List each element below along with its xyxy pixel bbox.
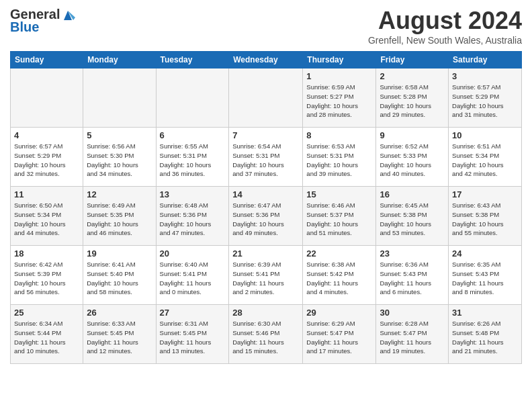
day-number: 13 (160, 189, 226, 199)
day-number: 11 (14, 189, 79, 199)
day-info: Sunrise: 6:54 AMSunset: 5:31 PMDaylight:… (232, 142, 299, 179)
day-number: 16 (380, 189, 445, 199)
day-info: Sunrise: 6:36 AMSunset: 5:43 PMDaylight:… (380, 260, 445, 297)
day-info: Sunrise: 6:33 AMSunset: 5:45 PMDaylight:… (87, 319, 152, 356)
calendar-cell: 30Sunrise: 6:28 AMSunset: 5:47 PMDayligh… (376, 305, 449, 364)
day-number: 8 (306, 130, 372, 140)
day-info: Sunrise: 6:56 AMSunset: 5:30 PMDaylight:… (87, 142, 152, 179)
calendar-week-row: 11Sunrise: 6:50 AMSunset: 5:34 PMDayligh… (11, 187, 522, 246)
day-number: 6 (160, 130, 226, 140)
day-number: 24 (452, 248, 518, 259)
page-header: General Blue August 2024 Grenfell, New S… (10, 7, 522, 46)
calendar-cell: 3Sunrise: 6:57 AMSunset: 5:29 PMDaylight… (449, 68, 522, 128)
logo-blue-text: Blue (10, 19, 39, 35)
day-info: Sunrise: 6:31 AMSunset: 5:45 PMDaylight:… (160, 319, 226, 356)
day-info: Sunrise: 6:58 AMSunset: 5:28 PMDaylight:… (380, 83, 445, 120)
calendar-cell: 18Sunrise: 6:42 AMSunset: 5:39 PMDayligh… (11, 246, 83, 305)
calendar-cell: 9Sunrise: 6:52 AMSunset: 5:33 PMDaylight… (376, 128, 449, 187)
calendar-week-row: 4Sunrise: 6:57 AMSunset: 5:29 PMDaylight… (11, 128, 522, 187)
calendar-cell: 5Sunrise: 6:56 AMSunset: 5:30 PMDaylight… (83, 128, 156, 187)
day-number: 27 (160, 308, 226, 318)
day-number: 19 (87, 248, 152, 259)
day-number: 1 (306, 71, 372, 81)
day-info: Sunrise: 6:43 AMSunset: 5:38 PMDaylight:… (452, 201, 518, 238)
calendar-cell: 17Sunrise: 6:43 AMSunset: 5:38 PMDayligh… (449, 187, 522, 246)
calendar-cell: 11Sunrise: 6:50 AMSunset: 5:34 PMDayligh… (11, 187, 83, 246)
calendar-cell: 26Sunrise: 6:33 AMSunset: 5:45 PMDayligh… (83, 305, 156, 364)
day-info: Sunrise: 6:29 AMSunset: 5:47 PMDaylight:… (306, 319, 372, 356)
day-info: Sunrise: 6:34 AMSunset: 5:44 PMDaylight:… (14, 319, 79, 356)
day-of-week-header: Sunday (11, 52, 83, 68)
day-info: Sunrise: 6:41 AMSunset: 5:40 PMDaylight:… (87, 260, 152, 297)
day-number: 23 (380, 248, 445, 259)
day-info: Sunrise: 6:48 AMSunset: 5:36 PMDaylight:… (160, 201, 226, 238)
day-info: Sunrise: 6:39 AMSunset: 5:41 PMDaylight:… (232, 260, 299, 297)
day-info: Sunrise: 6:53 AMSunset: 5:31 PMDaylight:… (306, 142, 372, 179)
calendar-cell: 10Sunrise: 6:51 AMSunset: 5:34 PMDayligh… (449, 128, 522, 187)
title-section: August 2024 Grenfell, New South Wales, A… (368, 7, 522, 46)
day-number: 17 (452, 189, 518, 199)
calendar-cell: 31Sunrise: 6:26 AMSunset: 5:48 PMDayligh… (449, 305, 522, 364)
day-number: 20 (160, 248, 226, 259)
day-number: 15 (306, 189, 372, 199)
day-number: 25 (14, 308, 79, 318)
day-number: 30 (380, 308, 445, 318)
calendar-header-row: SundayMondayTuesdayWednesdayThursdayFrid… (11, 52, 522, 68)
calendar-cell: 6Sunrise: 6:55 AMSunset: 5:31 PMDaylight… (156, 128, 229, 187)
calendar-week-row: 1Sunrise: 6:59 AMSunset: 5:27 PMDaylight… (11, 68, 522, 128)
month-year-title: August 2024 (368, 7, 522, 35)
calendar-cell (156, 68, 229, 128)
calendar-cell: 25Sunrise: 6:34 AMSunset: 5:44 PMDayligh… (11, 305, 83, 364)
day-info: Sunrise: 6:45 AMSunset: 5:38 PMDaylight:… (380, 201, 445, 238)
calendar-cell: 13Sunrise: 6:48 AMSunset: 5:36 PMDayligh… (156, 187, 229, 246)
calendar-cell: 28Sunrise: 6:30 AMSunset: 5:46 PMDayligh… (229, 305, 303, 364)
calendar-cell: 29Sunrise: 6:29 AMSunset: 5:47 PMDayligh… (303, 305, 376, 364)
day-number: 2 (380, 71, 445, 81)
day-info: Sunrise: 6:26 AMSunset: 5:48 PMDaylight:… (452, 319, 518, 356)
calendar-cell: 2Sunrise: 6:58 AMSunset: 5:28 PMDaylight… (376, 68, 449, 128)
day-info: Sunrise: 6:30 AMSunset: 5:46 PMDaylight:… (232, 319, 299, 356)
calendar-week-row: 25Sunrise: 6:34 AMSunset: 5:44 PMDayligh… (11, 305, 522, 364)
day-of-week-header: Thursday (303, 52, 376, 68)
day-info: Sunrise: 6:49 AMSunset: 5:35 PMDaylight:… (87, 201, 152, 238)
day-number: 21 (232, 248, 299, 259)
day-number: 29 (306, 308, 372, 318)
calendar-cell: 7Sunrise: 6:54 AMSunset: 5:31 PMDaylight… (229, 128, 303, 187)
day-info: Sunrise: 6:59 AMSunset: 5:27 PMDaylight:… (306, 83, 372, 120)
day-number: 18 (14, 248, 79, 259)
day-number: 31 (452, 308, 518, 318)
calendar-week-row: 18Sunrise: 6:42 AMSunset: 5:39 PMDayligh… (11, 246, 522, 305)
calendar-cell: 4Sunrise: 6:57 AMSunset: 5:29 PMDaylight… (11, 128, 83, 187)
day-info: Sunrise: 6:46 AMSunset: 5:37 PMDaylight:… (306, 201, 372, 238)
day-of-week-header: Tuesday (156, 52, 229, 68)
calendar-cell: 27Sunrise: 6:31 AMSunset: 5:45 PMDayligh… (156, 305, 229, 364)
day-number: 4 (14, 130, 79, 140)
calendar-cell: 19Sunrise: 6:41 AMSunset: 5:40 PMDayligh… (83, 246, 156, 305)
calendar-cell (83, 68, 156, 128)
calendar-table: SundayMondayTuesdayWednesdayThursdayFrid… (10, 51, 522, 364)
day-of-week-header: Saturday (449, 52, 522, 68)
day-of-week-header: Wednesday (229, 52, 303, 68)
day-info: Sunrise: 6:28 AMSunset: 5:47 PMDaylight:… (380, 319, 445, 356)
day-info: Sunrise: 6:57 AMSunset: 5:29 PMDaylight:… (452, 83, 518, 120)
day-info: Sunrise: 6:57 AMSunset: 5:29 PMDaylight:… (14, 142, 79, 179)
calendar-cell (11, 68, 83, 128)
day-info: Sunrise: 6:50 AMSunset: 5:34 PMDaylight:… (14, 201, 79, 238)
calendar-cell: 21Sunrise: 6:39 AMSunset: 5:41 PMDayligh… (229, 246, 303, 305)
day-info: Sunrise: 6:51 AMSunset: 5:34 PMDaylight:… (452, 142, 518, 179)
day-number: 3 (452, 71, 518, 81)
day-number: 26 (87, 308, 152, 318)
calendar-cell: 14Sunrise: 6:47 AMSunset: 5:36 PMDayligh… (229, 187, 303, 246)
day-info: Sunrise: 6:55 AMSunset: 5:31 PMDaylight:… (160, 142, 226, 179)
logo-icon (60, 8, 75, 21)
calendar-cell: 16Sunrise: 6:45 AMSunset: 5:38 PMDayligh… (376, 187, 449, 246)
day-number: 5 (87, 130, 152, 140)
location-subtitle: Grenfell, New South Wales, Australia (368, 35, 522, 46)
calendar-cell: 20Sunrise: 6:40 AMSunset: 5:41 PMDayligh… (156, 246, 229, 305)
day-info: Sunrise: 6:42 AMSunset: 5:39 PMDaylight:… (14, 260, 79, 297)
day-info: Sunrise: 6:47 AMSunset: 5:36 PMDaylight:… (232, 201, 299, 238)
calendar-cell: 12Sunrise: 6:49 AMSunset: 5:35 PMDayligh… (83, 187, 156, 246)
calendar-cell: 23Sunrise: 6:36 AMSunset: 5:43 PMDayligh… (376, 246, 449, 305)
day-number: 28 (232, 308, 299, 318)
calendar-cell: 15Sunrise: 6:46 AMSunset: 5:37 PMDayligh… (303, 187, 376, 246)
